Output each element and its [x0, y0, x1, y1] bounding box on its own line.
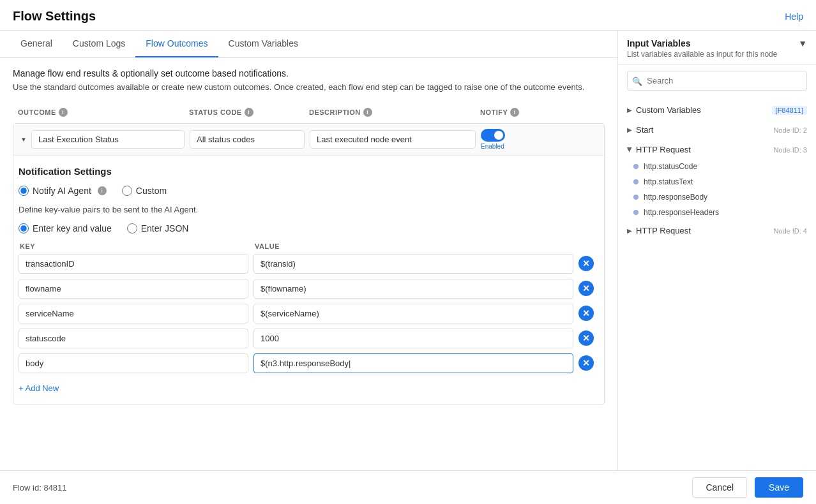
- var-group-start-header[interactable]: ▶ Start Node ID: 2: [618, 121, 816, 139]
- tab-flow-outcomes[interactable]: Flow Outcomes: [135, 31, 218, 57]
- chevron-http-request-3: ▶: [626, 147, 633, 152]
- notify-cell: Enabled: [481, 129, 557, 150]
- kv-key-2[interactable]: [19, 304, 248, 323]
- remove-row-1-button[interactable]: ✕: [578, 281, 594, 296]
- content-area: Manage flow end results & optionally set…: [0, 58, 617, 470]
- rp-title-text: Input Variables: [627, 38, 691, 48]
- outcome-row: ▼ Last Execution Status All status codes…: [13, 124, 604, 155]
- rp-collapse-icon[interactable]: ▼: [798, 38, 807, 48]
- kv-key-0[interactable]: [19, 254, 248, 274]
- kv-value-3[interactable]: [253, 329, 573, 348]
- tab-custom-variables[interactable]: Custom Variables: [218, 31, 308, 57]
- kv-key-1[interactable]: [19, 279, 248, 299]
- search-input[interactable]: [627, 71, 807, 91]
- kv-value-1[interactable]: [253, 279, 573, 299]
- notification-section-title: Notification Settings: [19, 166, 599, 177]
- remove-row-2-button[interactable]: ✕: [578, 306, 594, 321]
- var-group-http-request-4: ▶ HTTP Request Node ID: 4: [618, 221, 816, 240]
- remove-row-4-button[interactable]: ✕: [578, 355, 594, 371]
- radio-custom[interactable]: Custom: [122, 186, 167, 196]
- var-dot: [633, 179, 638, 184]
- th-notify: NOTIFY i: [480, 108, 557, 117]
- var-group-start-node-id: Node ID: 2: [773, 126, 807, 134]
- kv-value-4[interactable]: [253, 353, 573, 373]
- help-link[interactable]: Help: [785, 11, 803, 22]
- kv-key-4[interactable]: [19, 353, 248, 373]
- var-group-http-request-3-name: HTTP Request: [636, 145, 691, 154]
- radio-enter-key-value[interactable]: Enter key and value: [19, 223, 112, 233]
- kv-header: KEY VALUE: [19, 242, 599, 250]
- var-item-status-text[interactable]: http.statusText: [633, 174, 816, 189]
- th-description: DESCRIPTION i: [309, 108, 475, 117]
- cancel-button[interactable]: Cancel: [692, 477, 747, 498]
- rp-subtitle: List variables available as input for th…: [627, 50, 807, 59]
- intro-sub: Use the standard outcomes available or c…: [13, 81, 605, 94]
- kv-key-3[interactable]: [19, 329, 248, 348]
- description-value: Last executed node event: [310, 130, 476, 149]
- var-group-custom-variables-badge: [F84811]: [772, 106, 807, 115]
- intro-heading: Manage flow end results & optionally set…: [13, 68, 605, 78]
- rp-search-wrap: 🔍: [627, 71, 807, 91]
- th-status-code: STATUS CODE i: [189, 108, 304, 117]
- status-code-value: All status codes: [190, 130, 305, 149]
- kv-row-0: ✕: [19, 254, 599, 274]
- row-expand-icon[interactable]: ▼: [19, 134, 29, 144]
- tab-general[interactable]: General: [10, 31, 63, 57]
- define-text: Define key-value pairs to be sent to the…: [19, 205, 599, 214]
- notify-ai-info-icon[interactable]: i: [98, 186, 107, 195]
- description-info-icon[interactable]: i: [363, 108, 372, 117]
- kv-row-3: ✕: [19, 329, 599, 348]
- var-group-http-request-4-node-id: Node ID: 4: [773, 227, 807, 235]
- tab-custom-logs[interactable]: Custom Logs: [63, 31, 135, 57]
- remove-row-3-button[interactable]: ✕: [578, 330, 594, 346]
- kv-row-2: ✕: [19, 304, 599, 323]
- kv-value-0[interactable]: [253, 254, 573, 274]
- kv-row-1: ✕: [19, 279, 599, 299]
- remove-row-0-button[interactable]: ✕: [578, 256, 594, 271]
- var-group-custom-variables: ▶ Custom Variables [F84811]: [618, 101, 816, 119]
- page-title: Flow Settings: [13, 9, 96, 24]
- var-dot: [633, 210, 638, 215]
- kv-key-header: KEY: [20, 242, 250, 250]
- radio-enter-json[interactable]: Enter JSON: [127, 223, 189, 233]
- notify-toggle[interactable]: [481, 129, 505, 142]
- variables-tree: ▶ Custom Variables [F84811] ▶ Start Node…: [618, 97, 816, 470]
- add-new-link[interactable]: + Add New: [19, 383, 59, 393]
- save-button[interactable]: Save: [755, 477, 803, 498]
- kv-value-2[interactable]: [253, 304, 573, 323]
- var-group-http-request-3-header[interactable]: ▶ HTTP Request Node ID: 3: [618, 140, 816, 159]
- var-dot: [633, 164, 638, 169]
- notify-info-icon[interactable]: i: [510, 108, 519, 117]
- right-panel: Input Variables ▼ List variables availab…: [618, 31, 816, 470]
- notification-settings: Notification Settings Notify AI Agent i …: [13, 155, 604, 404]
- footer-actions: Cancel Save: [692, 477, 803, 498]
- flow-id-label: Flow id: 84811: [13, 483, 67, 493]
- radio-notify-ai[interactable]: Notify AI Agent i: [19, 186, 107, 196]
- rp-header: Input Variables ▼ List variables availab…: [618, 31, 816, 64]
- main-layout: General Custom Logs Flow Outcomes Custom…: [0, 31, 816, 470]
- outcome-value: Last Execution Status: [31, 130, 185, 149]
- var-item-status-code[interactable]: http.statusCode: [633, 159, 816, 174]
- var-group-start-name: Start: [636, 125, 653, 135]
- var-item-response-body[interactable]: http.responseBody: [633, 189, 816, 205]
- outcome-row-container: ▼ Last Execution Status All status codes…: [13, 123, 605, 404]
- description-cell: Last executed node event: [310, 130, 476, 149]
- footer: Flow id: 84811 Cancel Save: [0, 470, 816, 504]
- status-code-info-icon[interactable]: i: [245, 108, 253, 117]
- var-item-response-headers[interactable]: http.responseHeaders: [633, 205, 816, 220]
- var-items-http-request-3: http.statusCode http.statusText http.res…: [618, 159, 816, 220]
- var-group-http-request-3-node-id: Node ID: 3: [773, 146, 807, 154]
- outcome-info-icon[interactable]: i: [59, 108, 68, 117]
- left-panel: General Custom Logs Flow Outcomes Custom…: [0, 31, 618, 470]
- table-header-row: OUTCOME i STATUS CODE i DESCRIPTION i NO…: [13, 104, 605, 121]
- chevron-custom-variables: ▶: [627, 107, 632, 114]
- input-type-radio-group: Enter key and value Enter JSON: [19, 223, 599, 233]
- notify-type-radio-group: Notify AI Agent i Custom: [19, 186, 599, 196]
- var-group-http-request-4-header[interactable]: ▶ HTTP Request Node ID: 4: [618, 221, 816, 240]
- th-outcome: OUTCOME i: [18, 108, 184, 117]
- var-group-custom-variables-name: Custom Variables: [636, 105, 701, 115]
- tabs-bar: General Custom Logs Flow Outcomes Custom…: [0, 31, 617, 58]
- chevron-start: ▶: [627, 126, 632, 133]
- kv-row-4: ✕: [19, 353, 599, 373]
- var-group-custom-variables-header[interactable]: ▶ Custom Variables [F84811]: [618, 101, 816, 119]
